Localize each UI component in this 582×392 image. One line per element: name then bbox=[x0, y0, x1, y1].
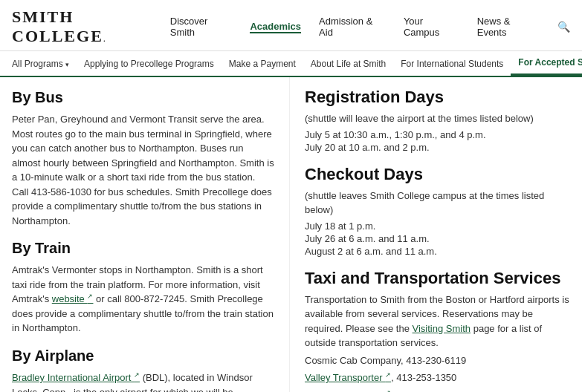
by-train-body: Amtrak's Vermonter stops in Northampton.… bbox=[12, 263, 274, 336]
nav-make-payment[interactable]: Make a Payment bbox=[222, 53, 303, 75]
checkout-date-1: July 18 at 1 p.m. bbox=[305, 220, 570, 232]
checkout-days-heading: Checkout Days bbox=[305, 165, 570, 184]
taxi-intro-body: Transportation to Smith from the Boston … bbox=[305, 293, 570, 350]
registration-days-intro: (shuttle will leave the airport at the t… bbox=[305, 111, 570, 126]
header: SMITH COLLEGE. Discover Smith Academics … bbox=[0, 0, 582, 51]
dropdown-arrow-icon: ▾ bbox=[65, 61, 69, 68]
checkout-days-intro: (shuttle leaves Smith College campus at … bbox=[305, 189, 570, 218]
taxi-provider-3: GoGreen Cab Co. ↗, 413-586-0707 bbox=[305, 388, 570, 392]
by-bus-section: By Bus Peter Pan, Greyhound and Vermont … bbox=[12, 89, 274, 228]
by-train-heading: By Train bbox=[12, 240, 274, 257]
registration-date-1: July 5 at 10:30 a.m., 1:30 p.m., and 4 p… bbox=[305, 129, 570, 140]
left-column: By Bus Peter Pan, Greyhound and Vermont … bbox=[0, 77, 290, 392]
checkout-date-3: August 2 at 6 a.m. and 11 a.m. bbox=[305, 246, 570, 257]
nav-your-campus[interactable]: Your Campus bbox=[404, 16, 459, 38]
registration-days-section: Registration Days (shuttle will leave th… bbox=[305, 88, 570, 153]
visiting-smith-link-taxi[interactable]: Visiting Smith bbox=[413, 323, 471, 334]
taxi-provider-1: Cosmic Cab Company, 413-230-6119 bbox=[305, 353, 570, 368]
nav-admission-aid[interactable]: Admission & Aid bbox=[319, 16, 386, 38]
nav-news-events[interactable]: News & Events bbox=[477, 16, 540, 38]
site-title: SMITH COLLEGE. bbox=[12, 7, 170, 46]
external-link-icon: ↗ bbox=[134, 371, 140, 379]
by-airplane-section: By Airplane Bradley International Airpor… bbox=[12, 347, 274, 392]
taxi-transportation-section: Taxi and Transportation Services Transpo… bbox=[305, 269, 570, 393]
taxi-transportation-heading: Taxi and Transportation Services bbox=[305, 269, 570, 288]
external-link-icon: ↗ bbox=[385, 371, 391, 379]
by-train-section: By Train Amtrak's Vermonter stops in Nor… bbox=[12, 240, 274, 336]
by-airplane-heading: By Airplane bbox=[12, 347, 274, 365]
by-bus-body: Peter Pan, Greyhound and Vermont Transit… bbox=[12, 112, 274, 228]
registration-days-heading: Registration Days bbox=[305, 88, 570, 107]
secondary-navigation: All Programs ▾ Applying to Precollege Pr… bbox=[0, 51, 582, 77]
by-airplane-body-1: Bradley International Airport ↗ (BDL), l… bbox=[12, 370, 274, 392]
checkout-days-section: Checkout Days (shuttle leaves Smith Coll… bbox=[305, 165, 570, 257]
checkout-date-2: July 26 at 6 a.m. and 11 a.m. bbox=[305, 233, 570, 244]
nav-academics[interactable]: Academics bbox=[250, 21, 301, 33]
nav-applying-precollege[interactable]: Applying to Precollege Programs bbox=[77, 53, 222, 75]
bradley-airport-link[interactable]: Bradley International Airport ↗ bbox=[12, 372, 140, 383]
nav-all-programs[interactable]: All Programs ▾ bbox=[12, 53, 77, 75]
valley-transporter-link[interactable]: Valley Transporter ↗ bbox=[305, 372, 391, 383]
by-bus-heading: By Bus bbox=[12, 89, 274, 106]
main-navigation: Discover Smith Academics Admission & Aid… bbox=[170, 16, 570, 38]
nav-about-life-smith[interactable]: About Life at Smith bbox=[303, 53, 393, 75]
nav-for-accepted-students[interactable]: For Accepted Students bbox=[511, 51, 582, 76]
right-column: Registration Days (shuttle will leave th… bbox=[290, 77, 582, 392]
registration-date-2: July 20 at 10 a.m. and 2 p.m. bbox=[305, 142, 570, 153]
amtrak-website-link[interactable]: website ↗ bbox=[52, 293, 94, 304]
search-icon[interactable]: 🔍 bbox=[557, 21, 570, 33]
main-content: By Bus Peter Pan, Greyhound and Vermont … bbox=[0, 77, 582, 392]
nav-discover-smith[interactable]: Discover Smith bbox=[170, 16, 233, 38]
taxi-provider-2: Valley Transporter ↗, 413-253-1350 bbox=[305, 370, 570, 385]
nav-for-international[interactable]: For International Students bbox=[393, 53, 511, 75]
